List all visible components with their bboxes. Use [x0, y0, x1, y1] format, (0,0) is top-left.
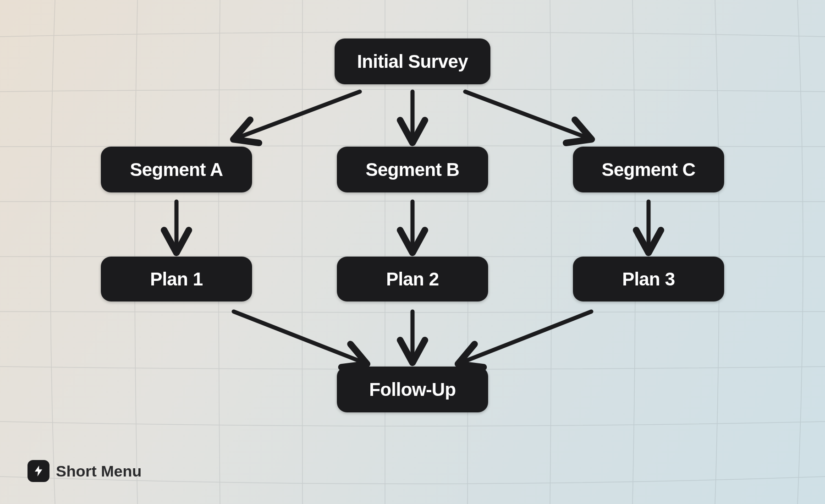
arrow-initial-to-segment-c: [465, 92, 587, 137]
arrow-initial-to-segment-a: [238, 92, 360, 137]
brand-label: Short Menu: [56, 462, 142, 480]
node-label: Plan 3: [622, 269, 675, 290]
node-label: Plan 2: [386, 269, 439, 290]
node-follow-up: Follow-Up: [337, 367, 488, 412]
brand-short-menu[interactable]: Short Menu: [28, 460, 142, 482]
arrow-plan-3-to-follow-up: [463, 312, 591, 362]
node-plan-3: Plan 3: [573, 257, 724, 301]
node-initial-survey: Initial Survey: [335, 38, 490, 84]
node-plan-2: Plan 2: [337, 257, 488, 301]
node-label: Segment C: [602, 159, 695, 180]
node-segment-a: Segment A: [101, 147, 252, 192]
diagram-canvas: Initial Survey Segment A Segment B Segme…: [0, 0, 825, 504]
node-label: Segment B: [366, 159, 459, 180]
node-segment-c: Segment C: [573, 147, 724, 192]
lightning-icon: [28, 460, 50, 482]
node-label: Follow-Up: [369, 379, 456, 400]
node-segment-b: Segment B: [337, 147, 488, 192]
node-label: Initial Survey: [357, 51, 468, 72]
arrow-plan-1-to-follow-up: [234, 312, 362, 362]
node-plan-1: Plan 1: [101, 257, 252, 301]
node-label: Segment A: [130, 159, 223, 180]
node-label: Plan 1: [150, 269, 203, 290]
